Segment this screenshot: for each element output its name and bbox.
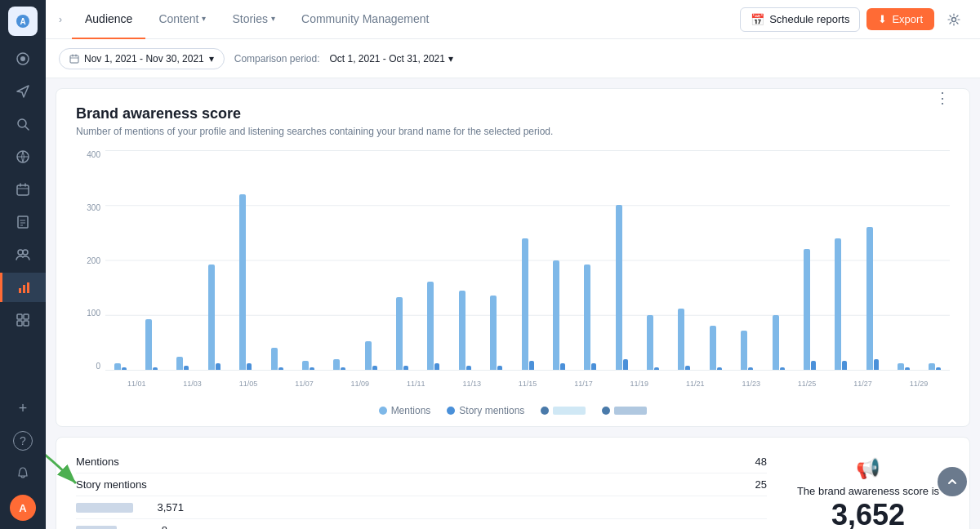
tab-audience[interactable]: Audience [72, 0, 145, 39]
bar-story-8 [372, 366, 377, 370]
comparison-period-picker[interactable]: Oct 1, 2021 - Oct 31, 2021 ▾ [329, 53, 452, 64]
settings-button[interactable] [941, 7, 967, 33]
bar-mention-8 [365, 341, 372, 370]
sidebar-icon-globe[interactable] [8, 142, 38, 171]
x-label-13: 11/27 [835, 380, 890, 388]
sidebar-avatar[interactable]: A [10, 495, 36, 521]
export-button[interactable]: ⬇ Export [866, 8, 934, 30]
bar-mention-14 [553, 260, 559, 371]
sidebar-icon-analytics[interactable] [0, 273, 46, 302]
bar-mention-25 [898, 363, 904, 370]
bar-mention-21 [773, 315, 779, 370]
mentions-label: Mentions [76, 456, 726, 468]
svg-point-8 [20, 220, 21, 221]
bar-group-19 [701, 150, 730, 370]
bar-story-13 [529, 361, 534, 370]
bar-story-6 [310, 367, 314, 370]
stats-section: Mentions 48 Story mentions 25 3,571 8 [56, 437, 970, 529]
tab-community-management[interactable]: Community Management [288, 0, 442, 39]
bar-mention-24 [866, 227, 873, 370]
bar-story-17 [654, 367, 659, 370]
sidebar-icon-reports[interactable] [8, 207, 38, 237]
legend-item-4 [602, 407, 647, 415]
sidebar-icon-add[interactable]: + [8, 393, 38, 423]
bar-story-0 [122, 367, 127, 370]
scroll-top-button[interactable] [938, 467, 967, 496]
bar-mention-18 [678, 309, 684, 370]
bar1-value: 3,571 [143, 501, 184, 513]
legend-item-3 [541, 407, 586, 415]
legend-mentions: Mentions [379, 405, 431, 416]
legend-story-mentions: Story mentions [447, 405, 524, 416]
bar-placeholder-1 [76, 503, 133, 513]
bar-group-0 [105, 150, 135, 370]
bar-mention-1 [145, 319, 152, 370]
tab-content[interactable]: Content ▾ [145, 0, 219, 39]
nav-chevron[interactable]: › [59, 14, 62, 25]
svg-point-18 [952, 17, 956, 21]
stats-row-bar1: 3,571 [76, 496, 767, 519]
mentions-value: 48 [726, 456, 767, 468]
date-range-picker[interactable]: Nov 1, 2021 - Nov 30, 2021 ▾ [59, 48, 225, 69]
stats-table: Mentions 48 Story mentions 25 3,571 8 [76, 451, 767, 529]
x-label-1: 11/03 [164, 380, 220, 388]
bar-group-2 [168, 150, 198, 370]
sidebar-icon-grid[interactable] [8, 305, 38, 335]
schedule-reports-button[interactable]: 📅 Schedule reports [740, 7, 860, 32]
filters-bar: Nov 1, 2021 - Nov 30, 2021 ▾ Comparison … [46, 39, 980, 78]
bar-story-16 [623, 359, 628, 370]
sidebar-icon-send[interactable] [8, 77, 38, 106]
svg-rect-7 [18, 216, 28, 228]
sidebar-icon-calendar[interactable] [8, 175, 38, 204]
y-label-0: 0 [96, 362, 100, 371]
tab-stories[interactable]: Stories ▾ [219, 0, 288, 39]
sidebar-icon-dashboard[interactable] [8, 44, 38, 73]
bar-group-7 [325, 150, 354, 370]
bar-group-4 [231, 150, 261, 370]
bar-mention-12 [490, 296, 497, 370]
bar-mention-19 [710, 326, 716, 370]
y-label-300: 300 [87, 203, 100, 212]
content-dropdown-arrow: ▾ [202, 14, 206, 23]
bar-group-13 [513, 150, 542, 370]
x-label-6: 11/13 [443, 380, 499, 388]
sidebar-icon-help[interactable]: ? [13, 431, 33, 451]
bar-group-24 [858, 150, 887, 370]
sidebar-icon-team[interactable] [8, 240, 38, 269]
mentions-legend-label: Mentions [391, 405, 431, 416]
chart-menu-button[interactable]: ⋮ [935, 89, 950, 107]
bar-story-22 [811, 361, 816, 370]
x-label-7: 11/15 [500, 380, 555, 388]
bar-group-23 [826, 150, 856, 370]
legend-dot-4 [602, 407, 610, 415]
y-axis: 400 300 200 100 0 [76, 150, 105, 371]
date-dropdown-arrow: ▾ [209, 53, 214, 64]
brand-score-label: The brand awareness score is [797, 485, 939, 497]
bar-story-7 [341, 367, 345, 370]
left-panel: Brand awareness score Number of mentions… [46, 78, 980, 529]
sidebar-icon-notification[interactable] [8, 459, 38, 488]
bar-mention-5 [271, 348, 278, 370]
bar-story-3 [216, 363, 220, 370]
bar-mention-13 [522, 238, 528, 370]
bar-story-1 [153, 367, 158, 370]
sidebar-logo[interactable]: A [8, 7, 38, 36]
bar-mention-23 [835, 238, 841, 370]
svg-rect-6 [17, 185, 29, 195]
chart-legend: Mentions Story mentions [76, 405, 950, 416]
mentions-legend-dot [379, 407, 387, 415]
bar-mention-16 [616, 205, 622, 370]
bar-group-6 [293, 150, 323, 370]
calendar-icon [69, 54, 79, 64]
bar-mention-2 [176, 357, 183, 370]
chart-subtitle: Number of mentions of your profile and l… [76, 126, 553, 137]
sidebar-icon-search[interactable] [8, 109, 38, 139]
bar-story-21 [780, 367, 785, 370]
bar-group-9 [387, 150, 416, 370]
bar-group-10 [419, 150, 448, 370]
bar-group-5 [262, 150, 292, 370]
bar-group-1 [136, 150, 166, 370]
svg-rect-14 [17, 314, 22, 319]
bar-story-15 [591, 363, 596, 370]
nav-tabs: Audience Content ▾ Stories ▾ Community M… [72, 0, 740, 39]
